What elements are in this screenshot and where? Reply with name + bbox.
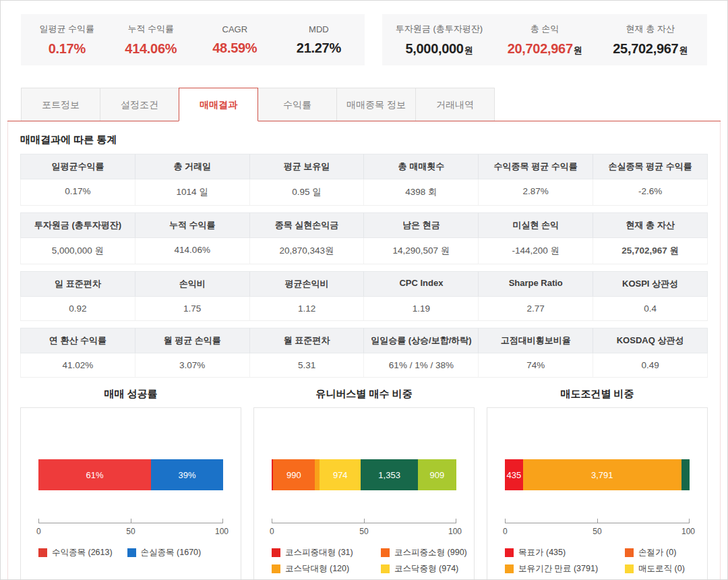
performance-summary-card: 일평균 수익률 0.17% 누적 수익률 414.06% CAGR 48.59%…	[21, 14, 365, 65]
bar-segment-profit: 61%	[38, 459, 151, 490]
legend-label: 손절가 (0)	[638, 547, 676, 558]
stat-value-cell: 14,290,507 원	[364, 238, 479, 264]
legend-item[interactable]: 손절가 (0)	[625, 547, 685, 558]
tab-trade-history[interactable]: 거래내역	[415, 88, 495, 121]
summary-stat-label: 현재 총 자산	[597, 23, 703, 35]
legend-label: 수익종목 (2613)	[52, 547, 113, 558]
legend-item[interactable]: 매도로직 (0)	[625, 563, 685, 575]
stat-value-cell: 4398 회	[364, 179, 479, 206]
stat-header-cell: 평균손익비	[250, 271, 365, 297]
stat-header-row: 일 표준편차 손익비 평균손익비 CPC Index Sharpe Ratio …	[20, 271, 708, 297]
stat-header-cell: 평균 보유일	[250, 154, 365, 179]
legend-color-chip	[272, 564, 280, 573]
axis-tick	[222, 519, 223, 523]
axis-tick	[689, 519, 690, 523]
stat-value-cell: 2.77	[479, 297, 593, 321]
summary-stat: 일평균 수익률 0.17%	[25, 23, 109, 57]
summary-stat: CAGR 48.59%	[193, 24, 277, 56]
summary-stat: 투자원금 (총투자평잔) 5,000,000원	[386, 23, 492, 57]
axis-tick	[505, 519, 506, 523]
tab-returns[interactable]: 수익률	[257, 88, 337, 121]
legend-item[interactable]: 보유기간 만료 (3791)	[505, 563, 598, 575]
legend-item[interactable]: 목표가 (435)	[505, 547, 598, 558]
legend-label: 목표가 (435)	[518, 547, 566, 558]
stat-header-row: 일평균수익률 총 거래일 평균 보유일 총 매매횟수 수익종목 평균 수익률 손…	[20, 154, 708, 179]
legend-item[interactable]: 코스닥대형 (120)	[272, 563, 354, 575]
bar-segment	[681, 459, 690, 490]
stat-header-cell: 누적 수익률	[135, 212, 250, 238]
stat-header-cell: KOSPI 상관성	[593, 271, 708, 297]
stat-value-cell: 0.17%	[20, 179, 135, 206]
chart-plot-area: 61% 39% 0 50 100	[20, 407, 241, 580]
stat-value-cell: 0.4	[593, 297, 708, 321]
stat-value-cell: 2.87%	[479, 179, 593, 206]
axis-tick	[597, 519, 598, 523]
chart-legend: 목표가 (435) 손절가 (0) 보유기간 만료 (3791) 매도	[505, 547, 690, 580]
stat-table: 일평균수익률 총 거래일 평균 보유일 총 매매횟수 수익종목 평균 수익률 손…	[20, 154, 708, 206]
asset-summary-card: 투자원금 (총투자평잔) 5,000,000원 총 손익 20,702,967원…	[382, 14, 707, 65]
chart-universe-buy-weight: 유니버스별 매수 비중 990 974 1,353 909	[253, 386, 475, 580]
stat-header-cell: 총 거래일	[135, 154, 250, 179]
axis-tick	[131, 519, 131, 523]
legend-color-chip	[505, 564, 514, 573]
stat-header-row: 투자원금 (총투자평잔) 누적 수익률 종목 실현손익금 남은 현금 미실현 손…	[20, 212, 708, 238]
axis-tick-label: 50	[126, 527, 135, 536]
tab-traded-stocks[interactable]: 매매종목 정보	[336, 88, 416, 121]
stat-header-cell: 일평균수익률	[20, 154, 135, 179]
tab-settings[interactable]: 설정조건	[100, 88, 179, 121]
x-axis-labels: 0 50 100	[505, 527, 690, 538]
summary-stat: 총 손익 20,702,967원	[492, 23, 598, 57]
bar-segment: 974	[320, 459, 361, 490]
summary-stat-value: 21.27%	[277, 40, 361, 56]
stat-table: 연 환산 수익률 월 평균 손익률 월 표준편차 일일승률 (상승/보합/하락)…	[20, 328, 708, 378]
backtest-dashboard: 일평균 수익률 0.17% 누적 수익률 414.06% CAGR 48.59%…	[0, 0, 728, 580]
stat-value-row: 41.02% 3.07% 5.31 61% / 1% / 38% 74% 0.4…	[20, 353, 708, 378]
axis-tick-label: 50	[593, 527, 601, 536]
chart-title: 매도조건별 비중	[487, 388, 708, 401]
x-axis-labels: 0 50 100	[38, 527, 223, 538]
legend-label: 손실종목 (1670)	[141, 547, 202, 558]
stat-header-cell: KOSDAQ 상관성	[593, 328, 708, 353]
stat-value-cell: 41.02%	[20, 353, 135, 378]
stat-value-cell: 1.19	[364, 297, 479, 321]
stat-value-cell: 20,870,343원	[250, 238, 365, 264]
trade-results-panel: 매매결과에 따른 통계 일평균수익률 총 거래일 평균 보유일 총 매매횟수 수…	[7, 121, 721, 580]
summary-stat-value: 20,702,967원	[492, 41, 598, 57]
axis-tick-label: 100	[215, 527, 229, 536]
summary-stat-label: 누적 수익률	[109, 23, 193, 35]
legend-item[interactable]: 코스닥중형 (974)	[381, 563, 467, 575]
stat-header-cell: 남은 현금	[364, 212, 479, 238]
stat-header-cell: 일일승률 (상승/보합/하락)	[364, 328, 479, 353]
currency-unit: 원	[464, 45, 473, 55]
legend-color-chip	[38, 548, 47, 557]
summary-stat-value: 0.17%	[25, 41, 109, 57]
stat-header-cell: 손익비	[135, 271, 250, 297]
summary-stat-value: 25,702,967원	[597, 41, 703, 57]
summary-row: 일평균 수익률 0.17% 누적 수익률 414.06% CAGR 48.59%…	[21, 14, 707, 65]
tab-trade-results[interactable]: 매매결과	[179, 88, 258, 121]
legend-color-chip	[505, 548, 514, 557]
stat-header-cell: 투자원금 (총투자평잔)	[20, 212, 135, 238]
legend-item[interactable]: 코스피중대형 (31)	[272, 547, 354, 558]
legend-color-chip	[625, 564, 634, 573]
summary-stat-label: CAGR	[193, 24, 277, 34]
tab-port-info[interactable]: 포트정보	[21, 88, 100, 121]
stat-value-cell: 0.92	[20, 297, 135, 321]
axis-tick-label: 0	[503, 527, 508, 536]
stat-value-cell: 5.31	[250, 353, 365, 378]
axis-tick-label: 100	[448, 527, 462, 536]
axis-tick-label: 100	[681, 527, 695, 536]
stat-table: 일 표준편차 손익비 평균손익비 CPC Index Sharpe Ratio …	[20, 271, 708, 321]
legend-item[interactable]: 손실종목 (1670)	[127, 547, 202, 558]
section-title: 매매결과에 따른 통계	[20, 134, 708, 146]
legend-label: 코스피중대형 (31)	[285, 547, 353, 558]
stat-value-cell: 61% / 1% / 38%	[364, 353, 479, 378]
charts-row: 매매 성공률 61% 39% 0 50 100	[20, 386, 708, 580]
legend-item[interactable]: 코스피중소형 (990)	[381, 547, 467, 558]
legend-item[interactable]: 수익종목 (2613)	[38, 547, 113, 558]
stat-value-row: 0.17% 1014 일 0.95 일 4398 회 2.87% -2.6%	[20, 179, 708, 206]
stat-value-cell: 1014 일	[135, 179, 250, 206]
summary-stat-value: 5,000,000원	[386, 41, 492, 57]
stat-value-cell: -144,200 원	[479, 238, 593, 264]
legend-label: 매도로직 (0)	[638, 563, 685, 575]
